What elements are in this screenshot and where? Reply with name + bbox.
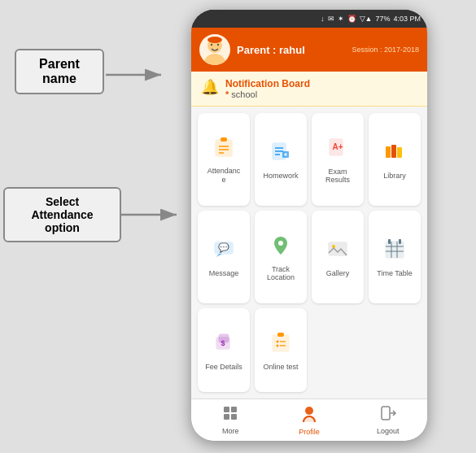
phone-shell: ↓ ✉ ✶ ⏰ ▽▲ 77% 4:03 PM	[191, 10, 427, 441]
empty-cell-2	[369, 308, 421, 392]
menu-item-online-test[interactable]: Online test	[255, 308, 307, 392]
svg-rect-37	[388, 239, 391, 244]
attendance-icon	[212, 136, 235, 163]
gallery-label: Gallery	[326, 269, 350, 278]
menu-item-library[interactable]: Library	[369, 113, 421, 206]
battery-level: 77%	[375, 15, 390, 23]
svg-rect-48	[224, 407, 229, 412]
attendance-arrow	[121, 203, 186, 226]
nav-more[interactable]: More	[191, 399, 270, 441]
signal-icon: ▽▲	[360, 15, 373, 23]
menu-item-homework[interactable]: Homework	[255, 113, 307, 206]
svg-text:$: $	[221, 339, 225, 347]
svg-point-44	[277, 340, 279, 342]
svg-rect-32	[386, 242, 404, 258]
avatar	[199, 34, 230, 65]
svg-point-45	[277, 344, 279, 346]
profile-label: Profile	[299, 428, 320, 436]
svg-point-7	[217, 44, 219, 46]
parent-name-arrow	[106, 63, 171, 86]
svg-rect-51	[231, 414, 237, 420]
parent-name-annotation: Parent name	[15, 49, 104, 94]
library-icon	[383, 140, 406, 168]
attendance-label: Attendance	[207, 167, 241, 185]
app-header: Parent : rahul Session : 2017-2018	[191, 28, 427, 72]
clock: 4:03 PM	[393, 15, 421, 23]
status-bar: ↓ ✉ ✶ ⏰ ▽▲ 77% 4:03 PM	[191, 10, 427, 28]
svg-text:A+: A+	[332, 142, 343, 151]
notification-message: * school	[225, 89, 417, 99]
header-left: Parent : rahul	[199, 34, 305, 65]
library-label: Library	[383, 172, 406, 181]
nav-profile[interactable]: Profile	[270, 399, 349, 441]
bluetooth-icon: ✶	[338, 15, 344, 23]
svg-rect-55	[382, 407, 390, 420]
logout-icon	[380, 405, 396, 425]
time-table-icon	[383, 237, 406, 266]
svg-rect-23	[386, 146, 391, 158]
svg-rect-10	[221, 137, 227, 142]
track-location-icon	[269, 233, 292, 262]
message-icon: ✉	[328, 15, 334, 23]
svg-rect-43	[277, 333, 284, 337]
menu-grid: Attendance Homework	[191, 107, 427, 399]
message-label: Message	[209, 269, 239, 278]
svg-point-53	[305, 407, 313, 415]
svg-rect-49	[231, 407, 237, 412]
menu-item-time-table[interactable]: Time Table	[369, 211, 421, 303]
message-menu-icon: 💬	[212, 237, 235, 266]
notification-board: 🔔 Notification Board * school	[191, 72, 427, 107]
exam-results-icon: A+	[326, 136, 349, 164]
track-location-label: TrackLocation	[267, 265, 295, 283]
fee-details-label: Fee Details	[205, 363, 242, 372]
menu-item-attendance[interactable]: Attendance	[198, 113, 250, 206]
svg-rect-9	[216, 140, 232, 156]
menu-item-message[interactable]: 💬 Message	[198, 211, 250, 303]
empty-cell-1	[312, 308, 364, 392]
svg-rect-38	[399, 239, 401, 244]
svg-text:💬: 💬	[218, 242, 229, 253]
menu-item-fee-details[interactable]: $ Fee Details	[198, 308, 250, 392]
svg-rect-42	[273, 335, 289, 351]
svg-rect-30	[329, 242, 347, 255]
nav-logout[interactable]: Logout	[348, 399, 427, 441]
menu-item-gallery[interactable]: Gallery	[312, 211, 364, 303]
homework-label: Homework	[263, 172, 298, 181]
notification-icon: 🔔	[201, 78, 219, 96]
session-info: Session : 2017-2018	[352, 46, 419, 54]
menu-item-track-location[interactable]: TrackLocation	[255, 211, 307, 303]
svg-point-4	[203, 54, 226, 65]
notification-title: Notification Board	[225, 78, 417, 89]
attendance-annotation: Select Attendance option	[3, 187, 121, 242]
logout-label: Logout	[377, 427, 400, 435]
more-icon	[222, 405, 238, 425]
time-table-label: Time Table	[377, 269, 413, 278]
svg-point-6	[211, 44, 212, 46]
online-test-icon	[269, 331, 292, 359]
svg-point-8	[207, 37, 222, 43]
profile-nav-icon	[300, 404, 318, 426]
parent-name-text: Parent : rahul	[237, 44, 305, 56]
bottom-nav: More Profile	[191, 399, 427, 441]
svg-point-29	[278, 241, 283, 246]
svg-rect-25	[397, 147, 402, 158]
fee-details-icon: $	[212, 331, 235, 359]
svg-rect-24	[391, 145, 396, 158]
alarm-icon: ⏰	[347, 15, 356, 23]
more-label: More	[222, 427, 239, 435]
svg-rect-50	[224, 414, 229, 420]
exam-results-label: ExamResults	[325, 168, 350, 185]
app-container: Parent : rahul Session : 2017-2018 🔔 Not…	[191, 28, 427, 441]
notification-content: Notification Board * school	[225, 78, 417, 99]
download-icon: ↓	[321, 15, 325, 23]
online-test-label: Online test	[263, 363, 298, 372]
homework-icon	[269, 140, 292, 168]
gallery-icon	[326, 237, 349, 266]
menu-item-exam-results[interactable]: A+ ExamResults	[312, 113, 364, 206]
